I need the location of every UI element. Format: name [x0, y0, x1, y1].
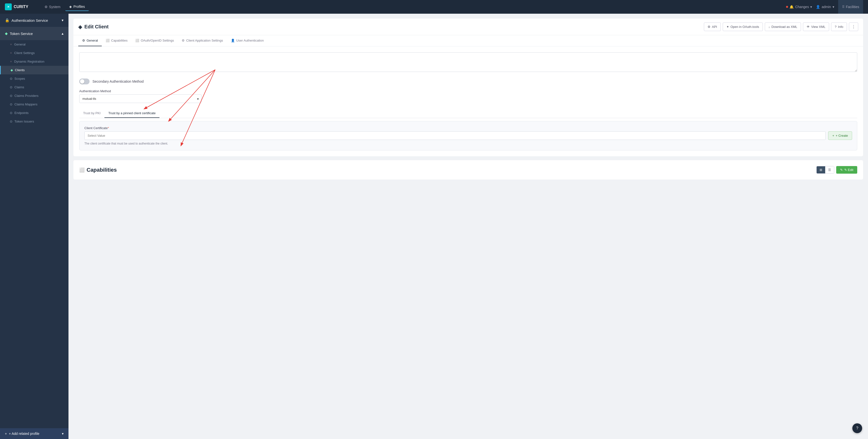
logo-text: CURITY [14, 5, 28, 9]
changes-dot [786, 6, 788, 8]
cert-label: Client Certificate* [84, 126, 852, 130]
chevron-up-icon: ▴ [62, 31, 64, 36]
sidebar-item-endpoints[interactable]: ⊙ Endpoints [0, 108, 68, 117]
tab-settings-icon: ⚙ [182, 39, 185, 42]
sub-tab-pinned-cert[interactable]: Trust by a pinned client certificate [104, 109, 159, 118]
capabilities-actions: ⊞ ☰ ✎ ✎ Edit [816, 166, 857, 174]
nav-right: 🔔 Changes ▾ 👤 admin ▾ ⠿ Facilities [786, 0, 863, 14]
tab-capabilities-icon: ⬜ [106, 39, 110, 42]
description-textarea[interactable] [79, 52, 857, 72]
page-header: ◈ Edit Client ⚙ API ✦ Open in OAuth.tool… [73, 19, 863, 35]
main-content: ◈ Edit Client ⚙ API ✦ Open in OAuth.tool… [68, 14, 868, 439]
top-navigation: ✕ CURITY ⚙ System ◈ Profiles 🔔 Changes ▾… [0, 0, 868, 14]
tab-capabilities[interactable]: ⬜ Capabilities [102, 35, 131, 46]
sidebar-item-dynamic-reg[interactable]: ★ Dynamic Registration [0, 57, 68, 66]
changes-button[interactable]: 🔔 Changes ▾ [786, 5, 812, 9]
plus-icon: + [5, 432, 7, 436]
download-icon: ↓ [769, 25, 770, 29]
oauth-icon: ✦ [726, 25, 729, 29]
pencil-icon: ✎ [840, 168, 843, 172]
chevron-icon: ▾ [62, 432, 64, 436]
secondary-auth-toggle-row: Secondary Authentication Method [79, 79, 857, 84]
star-icon-2: ★ [10, 51, 12, 55]
plus-icon-cert: + [832, 134, 834, 137]
chevron-down-icon: ▾ [62, 18, 64, 23]
sidebar-item-scopes[interactable]: ⊙ Scopes [0, 74, 68, 83]
auth-method-section: Authentication Method mutual-tls client-… [79, 89, 857, 103]
tab-user-auth[interactable]: 👤 User Authentication [227, 35, 268, 46]
sidebar-token-service[interactable]: ◆ Token Service ▴ [0, 27, 68, 40]
required-marker: * [107, 126, 109, 130]
cert-hint-text: The client certificate that must be used… [84, 142, 852, 145]
tab-user-icon: 👤 [231, 39, 235, 42]
auth-method-select[interactable]: mutual-tls client-secret private-key-jwt… [83, 97, 198, 100]
help-button[interactable]: ? [852, 424, 862, 433]
sidebar-item-claims-providers[interactable]: ⊙ Claims Providers [0, 91, 68, 100]
view-xml-button[interactable]: 👁 View XML [803, 23, 829, 31]
system-icon: ⚙ [44, 5, 48, 9]
endpoints-icon: ⊙ [10, 111, 12, 115]
sidebar-item-claims[interactable]: ⊙ Claims [0, 83, 68, 91]
capabilities-icon: ⬜ [79, 167, 85, 173]
sidebar-item-general[interactable]: ★ General [0, 40, 68, 49]
view-toggle: ⊞ ☰ [816, 166, 834, 174]
profiles-icon: ◈ [69, 5, 72, 8]
general-content: Secondary Authentication Method Authenti… [73, 46, 863, 156]
certificate-box: Client Certificate* + + Create The clien… [79, 121, 857, 150]
sidebar-item-clients[interactable]: ◆ Clients [0, 66, 68, 74]
sub-tab-pki[interactable]: Trust by PKI [79, 109, 104, 118]
info-icon: ? [835, 25, 836, 29]
admin-button[interactable]: 👤 admin ▾ [816, 5, 834, 9]
cert-create-button[interactable]: + + Create [828, 131, 852, 140]
nav-profiles[interactable]: ◈ Profiles [65, 3, 89, 11]
sidebar-auth-service[interactable]: 🔒 Authentication Service ▾ [0, 14, 68, 27]
main-layout: 🔒 Authentication Service ▾ ◆ Token Servi… [0, 14, 868, 439]
auth-method-label: Authentication Method [79, 89, 857, 93]
token-issuers-icon: ⊙ [10, 120, 12, 123]
nav-system[interactable]: ⚙ System [40, 3, 65, 11]
tabs: ⚙ General ⬜ Capabilities ⬜ OAuth/OpenID … [73, 35, 863, 46]
star-icon-3: ★ [10, 60, 12, 63]
logo-icon: ✕ [5, 3, 12, 10]
cert-select-input[interactable] [84, 131, 826, 140]
cert-input-row: + + Create [84, 131, 852, 140]
api-icon: ⚙ [708, 25, 711, 29]
capabilities-card: ⬜ Capabilities ⊞ ☰ ✎ ✎ Edit [73, 160, 863, 180]
download-xml-button[interactable]: ↓ Download as XML [765, 23, 801, 31]
add-related-profile-button[interactable]: + + Add related profile ▾ [0, 428, 68, 439]
toggle-label: Secondary Authentication Method [92, 80, 144, 84]
api-button[interactable]: ⚙ API [704, 23, 721, 31]
toggle-knob [80, 79, 84, 84]
edit-client-icon: ◈ [78, 24, 82, 30]
sidebar-item-claims-mappers[interactable]: ⊙ Claims Mappers [0, 100, 68, 108]
tab-client-app-settings[interactable]: ⚙ Client Application Settings [178, 35, 227, 46]
info-button[interactable]: ? Info [831, 23, 847, 31]
page-title: ◈ Edit Client [78, 24, 108, 30]
claims-mappers-icon: ⊙ [10, 102, 12, 106]
more-button[interactable]: ⋮ [849, 23, 858, 31]
tab-general[interactable]: ⚙ General [78, 35, 102, 46]
secondary-auth-toggle[interactable] [79, 79, 90, 84]
sidebar-item-client-settings[interactable]: ★ Client Settings [0, 49, 68, 57]
eye-icon: 👁 [807, 25, 810, 29]
star-icon: ★ [10, 43, 12, 46]
claims-icon: ⊙ [10, 85, 12, 89]
lock-icon: 🔒 [5, 18, 9, 23]
logo[interactable]: ✕ CURITY [5, 3, 28, 10]
facilities-button[interactable]: ⠿ Facilities [838, 0, 863, 14]
scopes-icon: ⊙ [10, 77, 12, 81]
list-view-button[interactable]: ☰ [825, 166, 834, 174]
open-oauth-button[interactable]: ✦ Open in OAuth.tools [723, 23, 763, 31]
cube-icon: ◆ [10, 68, 13, 72]
sidebar: 🔒 Authentication Service ▾ ◆ Token Servi… [0, 14, 68, 439]
tab-oauth-openid[interactable]: ⬜ OAuth/OpenID Settings [131, 35, 178, 46]
grid-view-button[interactable]: ⊞ [817, 166, 825, 174]
nav-links: ⚙ System ◈ Profiles [40, 3, 89, 11]
capabilities-header: ⬜ Capabilities ⊞ ☰ ✎ ✎ Edit [79, 166, 857, 174]
auth-method-select-wrapper[interactable]: mutual-tls client-secret private-key-jwt… [79, 94, 202, 103]
token-icon: ◆ [5, 31, 8, 36]
capabilities-edit-button[interactable]: ✎ ✎ Edit [836, 166, 857, 174]
capabilities-title: ⬜ Capabilities [79, 167, 117, 173]
sidebar-item-token-issuers[interactable]: ⊙ Token Issuers [0, 117, 68, 126]
claims-providers-icon: ⊙ [10, 94, 12, 98]
